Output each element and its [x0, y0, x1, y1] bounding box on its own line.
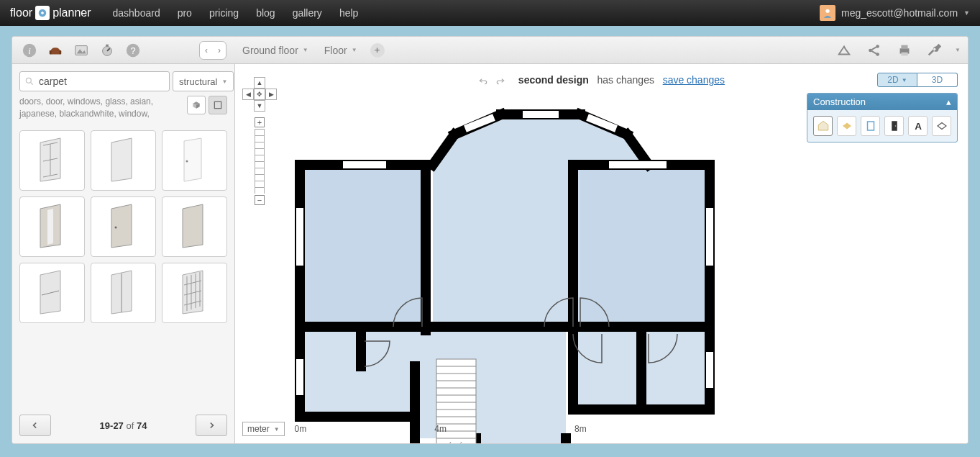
page-total: 74 — [137, 420, 147, 431]
nav-gallery[interactable]: gallery — [293, 7, 322, 19]
svg-marker-33 — [47, 209, 53, 245]
grid-3d-view-button[interactable] — [187, 96, 206, 114]
view-3d-button[interactable]: 3D — [917, 73, 958, 87]
ruler: meter ▼ 0m 4m 8m — [242, 422, 587, 436]
logo[interactable]: floor planner — [10, 6, 91, 20]
help-icon[interactable]: ? — [123, 40, 143, 60]
nav-dashboard[interactable]: dashboard — [113, 7, 160, 19]
list-item[interactable] — [91, 130, 156, 191]
nav-cluster: ▲ ▼ ◀ ▶ ✥ + − — [242, 77, 277, 205]
construction-panel: Construction ▴ A — [807, 93, 958, 142]
zoom-out-button[interactable]: − — [255, 195, 265, 205]
save-changes-link[interactable]: save changes — [663, 74, 725, 86]
floor-selector-secondary[interactable]: Floor ▼ — [324, 45, 357, 56]
history-back-button[interactable]: ‹ — [200, 42, 213, 59]
history-forward-button[interactable]: › — [213, 42, 226, 59]
wrench-icon[interactable] — [925, 40, 945, 60]
zoom-in-button[interactable]: + — [255, 117, 265, 127]
list-item[interactable] — [19, 263, 85, 323]
prev-page-button[interactable] — [19, 415, 51, 436]
logo-text-floor: floor — [10, 6, 32, 19]
floor-selector-primary[interactable]: Ground floor ▼ — [242, 45, 308, 56]
chevron-down-icon: ▼ — [352, 47, 357, 53]
export-icon[interactable] — [834, 40, 854, 60]
pager: 19-27 of 74 — [19, 407, 227, 436]
svg-rect-4 — [50, 50, 52, 55]
nav-pricing[interactable]: pricing — [209, 7, 239, 19]
list-item[interactable] — [19, 196, 85, 257]
list-item[interactable] — [162, 263, 227, 323]
construction-header[interactable]: Construction ▴ — [807, 94, 957, 110]
ruler-0m: 0m — [295, 424, 307, 434]
list-item[interactable] — [91, 196, 156, 257]
undo-icon[interactable] — [478, 76, 488, 86]
pan-center-button[interactable]: ✥ — [254, 89, 265, 100]
nav-blog[interactable]: blog — [256, 7, 275, 19]
user-email: meg_escott@hotmail.com — [841, 7, 958, 19]
nav-pro[interactable]: pro — [178, 7, 192, 19]
door-tool-button[interactable] — [884, 116, 904, 136]
svg-text:?: ? — [130, 45, 135, 55]
wall-tool-button[interactable] — [861, 116, 880, 136]
tag-list[interactable]: doors, door, windows, glass, asian, japa… — [19, 96, 183, 120]
sidebar: structural ▼ doors, door, windows, glass… — [12, 64, 235, 443]
pan-up-button[interactable]: ▲ — [254, 77, 265, 89]
canvas[interactable]: second design has changes save changes 2… — [235, 64, 968, 443]
main: structural ▼ doors, door, windows, glass… — [12, 64, 968, 443]
search-box[interactable] — [19, 71, 170, 91]
list-item[interactable] — [91, 263, 156, 323]
svg-rect-52 — [300, 165, 426, 323]
ruler-4m: 4m — [434, 424, 447, 434]
page-info: 19-27 of 74 — [100, 420, 147, 431]
armchair-icon[interactable] — [45, 40, 65, 60]
list-item[interactable] — [162, 130, 227, 191]
picture-icon[interactable] — [71, 40, 91, 60]
share-icon[interactable] — [864, 40, 884, 60]
svg-point-31 — [186, 160, 188, 162]
next-page-button[interactable] — [196, 415, 227, 436]
svg-rect-19 — [901, 45, 907, 48]
search-icon — [24, 76, 35, 86]
app-stage: i ? ‹ › Ground floor ▼ Floor ▼ + ▼ — [12, 36, 968, 444]
info-icon[interactable]: i — [19, 40, 40, 60]
surface-tool-button[interactable] — [932, 116, 951, 136]
pan-down-button[interactable]: ▼ — [254, 100, 265, 112]
zoom-control: + − — [255, 117, 265, 205]
svg-marker-34 — [111, 204, 132, 248]
user-menu[interactable]: meg_escott@hotmail.com ▼ — [820, 5, 970, 21]
svg-line-22 — [31, 83, 33, 85]
list-item[interactable] — [19, 130, 85, 191]
view-mode-toggle: 2D ▼ 3D — [877, 73, 958, 87]
nav-help[interactable]: help — [339, 7, 358, 19]
pan-left-button[interactable]: ◀ — [242, 89, 254, 100]
list-item[interactable] — [162, 196, 227, 257]
print-icon[interactable] — [894, 40, 915, 60]
pan-right-button[interactable]: ▶ — [265, 89, 277, 100]
view-2d-button[interactable]: 2D ▼ — [877, 73, 917, 87]
svg-text:i: i — [28, 45, 31, 55]
svg-rect-10 — [106, 44, 109, 46]
redo-icon[interactable] — [495, 76, 505, 86]
text-tool-button[interactable]: A — [908, 116, 928, 136]
search-input[interactable] — [39, 76, 165, 87]
svg-rect-20 — [901, 52, 907, 55]
svg-point-35 — [114, 226, 116, 228]
chevron-down-icon: ▼ — [221, 78, 227, 85]
add-floor-button[interactable]: + — [370, 43, 385, 58]
floor-primary-label: Ground floor — [242, 45, 298, 56]
unit-selector[interactable]: meter ▼ — [242, 422, 285, 436]
chevron-down-icon: ▼ — [963, 9, 970, 17]
svg-rect-58 — [645, 330, 710, 410]
svg-marker-37 — [40, 271, 60, 314]
svg-text:A: A — [915, 121, 922, 132]
room-tool-button[interactable] — [813, 116, 833, 136]
zoom-slider[interactable] — [255, 129, 265, 194]
category-selector[interactable]: structural ▼ — [173, 71, 234, 91]
svg-point-21 — [26, 78, 31, 83]
chevron-down-icon: ▼ — [955, 47, 961, 53]
floor-tool-button[interactable] — [837, 116, 856, 136]
floorplan[interactable] — [285, 100, 738, 444]
pan-pad: ▲ ▼ ◀ ▶ ✥ — [242, 77, 277, 112]
timer-icon[interactable] — [97, 40, 117, 60]
grid-list-view-button[interactable] — [209, 96, 227, 114]
